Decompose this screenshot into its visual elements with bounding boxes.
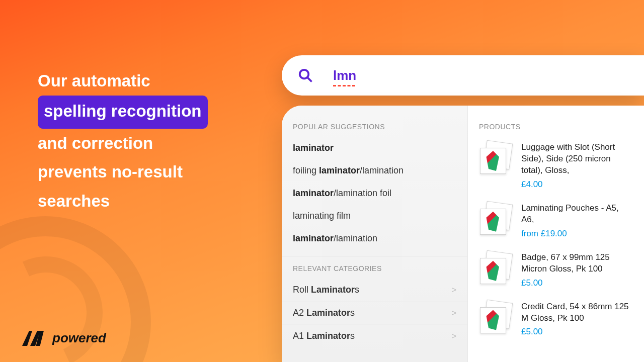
hero-line4: prevents no-result (38, 157, 259, 187)
suggestion-item[interactable]: laminating film (282, 205, 467, 227)
dropdown-right-column: PRODUCTS Luggage with Slot (Short Side),… (468, 106, 644, 362)
suggestion-item[interactable]: laminator (282, 137, 467, 159)
product-title: Luggage with Slot (Short Side), Side (25… (521, 142, 633, 176)
hero-line5: searches (38, 187, 259, 216)
hero-line3: and correction (38, 129, 259, 158)
product-thumbnail (479, 301, 512, 334)
product-thumbnail (479, 203, 512, 236)
suggestions-header: POPULAR SUGGESTIONS (282, 120, 467, 137)
ai-powered-text: powered (52, 330, 106, 346)
search-dropdown: POPULAR SUGGESTIONS laminator foiling la… (282, 106, 644, 362)
product-price: £4.00 (521, 179, 633, 190)
hero-highlight: spelling recognition (38, 96, 208, 129)
product-title: Laminating Pouches - A5, A6, (521, 203, 633, 226)
product-item[interactable]: Luggage with Slot (Short Side), Side (25… (468, 137, 644, 198)
product-title: Badge, 67 x 99mm 125 Micron Gloss, Pk 10… (521, 252, 633, 275)
chevron-right-icon: > (452, 286, 456, 295)
search-bar[interactable]: lmn (282, 55, 644, 96)
categories-header: RELEVANT CATEGORIES (282, 261, 467, 279)
dropdown-left-column: POPULAR SUGGESTIONS laminator foiling la… (282, 106, 468, 362)
chevron-right-icon: > (452, 332, 456, 341)
product-price: from £19.00 (521, 229, 633, 239)
divider (282, 256, 467, 256)
suggestion-item[interactable]: laminator/lamination (282, 227, 467, 250)
hero-line1: Our automatic (38, 66, 259, 96)
product-item[interactable]: Credit Card, 54 x 86mm 125 M Gloss, Pk 1… (468, 296, 644, 345)
suggestion-item[interactable]: laminator/lamination foil (282, 182, 467, 205)
ai-powered-badge: powered (20, 329, 106, 347)
svg-point-1 (300, 70, 309, 79)
svg-line-2 (307, 77, 311, 81)
product-thumbnail (479, 142, 512, 175)
product-item[interactable]: Laminating Pouches - A5, A6, from £19.00 (468, 198, 644, 247)
ai-logo-icon (20, 329, 47, 347)
category-item[interactable]: A1 Laminators > (282, 325, 467, 347)
product-thumbnail (479, 252, 512, 285)
search-icon (298, 68, 313, 83)
category-item[interactable]: Roll Laminators > (282, 279, 467, 302)
chevron-right-icon: > (452, 309, 456, 318)
product-item[interactable]: Badge, 67 x 99mm 125 Micron Gloss, Pk 10… (468, 247, 644, 296)
products-header: PRODUCTS (468, 120, 644, 137)
product-price: £5.00 (521, 327, 633, 337)
product-price: £5.00 (521, 278, 633, 288)
suggestion-item[interactable]: foiling laminator/lamination (282, 159, 467, 182)
search-input[interactable]: lmn (333, 68, 356, 83)
hero-heading: Our automatic spelling recognition and c… (38, 66, 259, 216)
product-title: Credit Card, 54 x 86mm 125 M Gloss, Pk 1… (521, 301, 633, 324)
category-item[interactable]: A2 Laminators > (282, 302, 467, 325)
